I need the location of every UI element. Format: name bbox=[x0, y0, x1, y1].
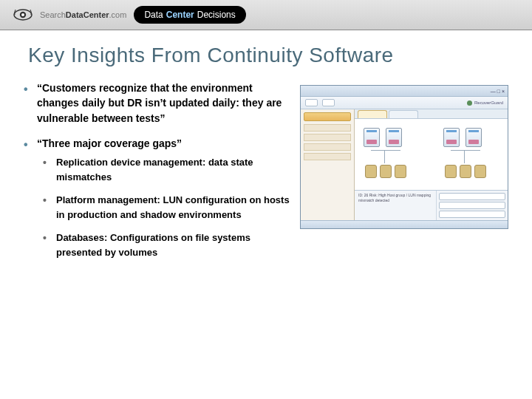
app-sidebar bbox=[301, 109, 355, 220]
product-badge: RecoverGuard bbox=[467, 100, 503, 106]
body-row: “Customers recognize that the environmen… bbox=[24, 81, 508, 270]
sub-bullet-2: Platform management: LUN configuration o… bbox=[37, 193, 290, 222]
window-controls: — □ × bbox=[491, 89, 505, 94]
decisions-pill: Data Center Decisions bbox=[134, 6, 245, 24]
svg-point-2 bbox=[21, 13, 24, 16]
app-body: ID: 26 Risk: High Host group / LUN mappi… bbox=[301, 109, 508, 220]
pill-word-1: Data bbox=[144, 10, 163, 20]
tab-active bbox=[358, 110, 387, 118]
server-icon bbox=[386, 128, 402, 147]
storage-icon bbox=[445, 165, 457, 178]
sub-bullet-list: Replication device management: data stat… bbox=[37, 155, 290, 259]
eye-icon bbox=[13, 8, 33, 21]
bullet-2-text: “Three major coverage gaps” bbox=[37, 137, 182, 149]
storage-icon bbox=[395, 165, 406, 178]
pill-word-3: Decisions bbox=[197, 10, 236, 20]
slide-title: Key Insights From Continuity Software bbox=[28, 44, 508, 67]
toolbar-button bbox=[322, 99, 335, 106]
sidebar-header bbox=[304, 112, 351, 121]
server-icon bbox=[466, 128, 482, 147]
storage-icon bbox=[380, 165, 392, 178]
tab-inactive bbox=[389, 110, 418, 118]
brand-text: SearchDataCenter.com bbox=[40, 10, 126, 19]
connector-line bbox=[371, 150, 400, 151]
info-button bbox=[439, 211, 505, 218]
brand-main: DataCenter bbox=[66, 10, 109, 19]
toolbar-button bbox=[305, 99, 318, 106]
info-button bbox=[439, 193, 505, 200]
connector-line bbox=[384, 150, 385, 163]
brand-suffix: .com bbox=[109, 10, 127, 19]
connector-line bbox=[464, 150, 465, 163]
window-title bbox=[304, 89, 305, 94]
storage-icon bbox=[474, 165, 486, 178]
brand-prefix: Search bbox=[40, 10, 66, 19]
info-button bbox=[439, 202, 505, 209]
sub-bullet-1: Replication device management: data stat… bbox=[37, 155, 290, 184]
info-panel: ID: 26 Risk: High Host group / LUN mappi… bbox=[355, 190, 508, 220]
info-text: ID: 26 Risk: High Host group / LUN mappi… bbox=[355, 191, 436, 220]
bullet-2: “Three major coverage gaps” Replication … bbox=[24, 136, 290, 259]
embedded-screenshot: — □ × RecoverGuard bbox=[300, 85, 508, 229]
tab-strip bbox=[355, 109, 508, 119]
app-window: — □ × RecoverGuard bbox=[300, 85, 508, 229]
storage-icon bbox=[460, 165, 471, 178]
server-icon bbox=[443, 128, 460, 147]
topology-canvas bbox=[355, 119, 508, 190]
storage-icon bbox=[365, 165, 377, 178]
sub-bullet-3: Databases: Configurations on file system… bbox=[37, 231, 290, 259]
sidebar-item bbox=[304, 134, 351, 141]
app-statusbar bbox=[301, 220, 508, 228]
sidebar-item bbox=[304, 124, 351, 132]
header-bar: SearchDataCenter.com Data Center Decisio… bbox=[0, 0, 532, 30]
server-icon bbox=[364, 128, 380, 147]
bullet-1: “Customers recognize that the environmen… bbox=[24, 81, 290, 126]
info-actions bbox=[436, 191, 508, 220]
app-toolbar: RecoverGuard bbox=[301, 97, 508, 109]
slide-body: Key Insights From Continuity Software “C… bbox=[0, 30, 532, 270]
sidebar-item bbox=[304, 143, 351, 151]
bullet-1-text: “Customers recognize that the environmen… bbox=[37, 82, 282, 124]
app-titlebar: — □ × bbox=[301, 86, 508, 97]
pill-word-2: Center bbox=[166, 10, 194, 20]
shield-icon bbox=[467, 100, 472, 106]
text-column: “Customers recognize that the environmen… bbox=[24, 81, 290, 270]
app-main: ID: 26 Risk: High Host group / LUN mappi… bbox=[355, 109, 508, 220]
sidebar-item bbox=[304, 153, 351, 160]
connector-line bbox=[451, 150, 480, 151]
bullet-list: “Customers recognize that the environmen… bbox=[24, 81, 290, 259]
product-name: RecoverGuard bbox=[474, 100, 503, 105]
